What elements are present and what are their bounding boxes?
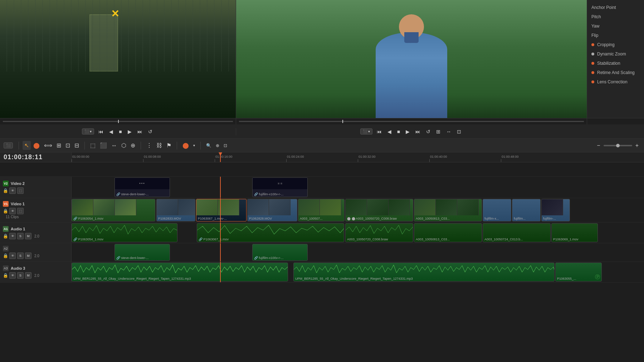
a1-m-btn[interactable]: M — [25, 233, 31, 239]
ripple-tool-btn[interactable]: ⬤ — [31, 141, 42, 150]
progress-track-right[interactable] — [239, 121, 584, 122]
detail-btn[interactable]: ⊡ — [222, 142, 229, 149]
a3-clip-3[interactable]: Ⓟ P1063055_... — [555, 263, 602, 282]
zoom-fit-btn[interactable]: ⊕ — [214, 142, 221, 149]
next-btn-left[interactable]: ⏭ — [136, 128, 144, 135]
zoom-slider[interactable] — [604, 145, 632, 146]
a2-eye-btn[interactable]: 👁 — [9, 253, 16, 259]
a1-eye-btn[interactable]: 👁 — [9, 233, 16, 239]
v2-clip-1[interactable]: ••• 🔗 steve-dent-lower-... — [114, 177, 170, 197]
v1-clip-9[interactable]: fujifilm... — [512, 199, 541, 221]
a1-clip-3[interactable]: A003_10050720_C008.braw — [345, 223, 413, 242]
track-v1-content[interactable]: 🔗 P1063054_1.mov P1062833.MOV — [72, 198, 644, 222]
progress-track-left[interactable] — [3, 121, 233, 122]
stop-btn-right[interactable]: ■ — [396, 128, 401, 135]
v1-clip-6[interactable]: ⬤ ⬤ A003_10050720_C008.braw — [345, 199, 413, 221]
skip-start-btn-left[interactable]: ⏮ — [97, 128, 105, 135]
a2-m-btn[interactable]: M — [25, 253, 31, 259]
flag-btn[interactable]: ⚑ — [165, 141, 173, 150]
blade-tool-btn[interactable]: ⟺ — [42, 141, 54, 150]
a3-eye-btn[interactable]: 👁 — [9, 272, 16, 279]
a1-clip-4[interactable]: A003_10050813_C03... — [414, 223, 482, 242]
cropping-item[interactable]: Cropping — [587, 40, 644, 49]
fit-fill-btn[interactable]: ⬡ — [119, 141, 128, 150]
track-a1-content[interactable]: 🔗 P1063054_1.mov 🔗 P1063067_1.mov A003_1… — [72, 222, 644, 243]
v1-clip-4[interactable]: P1062828.MOV — [247, 199, 297, 221]
v2-monitor-btn[interactable]: ⬚ — [17, 187, 24, 194]
marker-btn[interactable]: ⬤ — [181, 141, 191, 150]
a3-lock-icon[interactable]: 🔒 — [3, 273, 8, 278]
link-btn[interactable]: ⛓ — [155, 141, 164, 150]
v1-clip-5[interactable]: A003_100507... — [298, 199, 345, 221]
v1-clip-2[interactable]: P1062833.MOV — [156, 199, 195, 221]
insert-btn[interactable]: ⬚ — [88, 141, 97, 150]
play-btn-right[interactable]: ▶ — [404, 128, 411, 135]
a1-clip-5[interactable]: A003_10050724_C013.b... — [483, 223, 551, 242]
overwrite-btn[interactable]: ⬛ — [98, 141, 109, 150]
stabilization-item[interactable]: Stabilization — [587, 59, 644, 68]
v2-lock-icon[interactable]: 🔒 — [3, 188, 8, 193]
a2-clip-2[interactable]: 🔗 fujifilm-x100v-r-... — [252, 244, 308, 261]
a3-clip-2[interactable]: UPM_BER1285_55_All_Okay_Underscore_Riege… — [293, 263, 555, 282]
v1-lock-icon[interactable]: 🔒 — [3, 209, 8, 214]
select-tool-btn[interactable]: ↖ — [23, 141, 31, 150]
v1-clip-8[interactable]: fujifilm-x... — [483, 199, 511, 221]
prev-frame-btn-left[interactable]: ◀ — [108, 128, 114, 135]
track-v1-controls: 🔒 👁 ⬚ — [3, 208, 68, 214]
a3-s-btn[interactable]: S — [17, 272, 24, 279]
v1-clip-1[interactable]: 🔗 P1063054_1.mov — [72, 199, 155, 221]
retime-scaling-item[interactable]: Retime And Scaling — [587, 68, 644, 77]
monitor-icon-left[interactable]: ⬛ ▾ — [82, 128, 94, 134]
a1-s-btn[interactable]: S — [17, 233, 24, 239]
a2-s-btn[interactable]: S — [17, 253, 24, 259]
loop-btn-right[interactable]: ↺ — [425, 128, 432, 135]
yaw-item[interactable]: Yaw — [587, 21, 644, 31]
skip-start-btn-right[interactable]: ⏮ — [375, 128, 383, 135]
v2-clip-2[interactable]: ≡ ≡ 🔗 fujifilm-x100v-r-... — [252, 177, 308, 197]
a1-clip-1[interactable]: 🔗 P1063054_1.mov — [72, 223, 177, 242]
ruler-marks[interactable]: 01:00:00:00 01:00:08:00 01:00:16:00 01:0… — [72, 152, 644, 162]
track-v2-content[interactable]: ••• 🔗 steve-dent-lower-... ≡ ≡ 🔗 fujifil… — [72, 177, 644, 198]
monitor-settings-btn[interactable]: ↔ — [445, 128, 453, 135]
track-a3-content[interactable]: UPM_BER1285_55_All_Okay_Underscore_Riege… — [72, 262, 644, 282]
stop-btn-left[interactable]: ■ — [117, 128, 123, 135]
v1-eye-btn[interactable]: 👁 — [9, 208, 16, 214]
a1-clip-2[interactable]: 🔗 P1063067_1.mov — [197, 223, 344, 242]
v1-clip-10[interactable]: fujifilm-... — [541, 199, 570, 221]
a1-clip-6[interactable]: P1063069_1.mov — [551, 223, 598, 242]
zoom-minus-btn[interactable]: − — [595, 141, 602, 150]
next-btn-right[interactable]: ⏭ — [414, 128, 422, 135]
a2-clip-1[interactable]: 🔗 steve-dent-lower-... — [114, 244, 170, 261]
play-btn-left[interactable]: ▶ — [126, 128, 133, 135]
v2-eye-btn[interactable]: 👁 — [9, 187, 16, 194]
flip-item[interactable]: Flip — [587, 31, 644, 40]
monitor-extra-btn[interactable]: ⊡ — [455, 128, 463, 135]
anchor-point-item[interactable]: Anchor Point — [587, 3, 644, 12]
crop-tool-btn[interactable]: ⊞ — [55, 141, 63, 150]
track-a2-content[interactable]: 🔗 steve-dent-lower-... 🔗 fujifilm-x100v-… — [72, 243, 644, 261]
prev-frame-btn-right[interactable]: ◀ — [386, 128, 393, 135]
dynamic-zoom-item[interactable]: Dynamic Zoom — [587, 49, 644, 59]
zoom-plus-btn[interactable]: + — [634, 141, 640, 150]
pitch-item[interactable]: Pitch — [587, 12, 644, 21]
a3-m-btn[interactable]: M — [25, 272, 31, 279]
snap-btn[interactable]: ⋮ — [145, 141, 154, 150]
color-btn[interactable]: ▾ — [191, 142, 197, 148]
v1-clip-7[interactable]: A003_10050813_C03... — [414, 199, 482, 221]
v1-monitor-btn[interactable]: ⬚ — [17, 208, 24, 214]
loop-btn-left[interactable]: ↺ — [147, 128, 154, 135]
view-toggle[interactable]: ⬛ ▾ — [360, 128, 372, 134]
ruler-playhead — [220, 152, 221, 162]
append-btn[interactable]: ⊕ — [129, 141, 137, 150]
transform-btn[interactable]: ⊡ — [64, 141, 72, 150]
lens-correction-item[interactable]: Lens Correction — [587, 77, 644, 87]
replace-btn[interactable]: ↔ — [109, 141, 119, 150]
monitor-fullscreen-btn[interactable]: ⊞ — [435, 128, 442, 135]
zoom-in-timeline-btn[interactable]: 🔍 — [204, 142, 213, 149]
a1-lock-icon[interactable]: 🔒 — [3, 234, 8, 239]
v1-clip-3[interactable]: P1063067_1.mov-... — [196, 199, 247, 221]
a2-lock-icon[interactable]: 🔒 — [3, 253, 8, 258]
zoom-tool-btn[interactable]: ⊟ — [73, 141, 81, 150]
a3-clip-1[interactable]: UPM_BER1285_55_All_Okay_Underscore_Riege… — [72, 263, 288, 282]
timeline-monitor-icon[interactable]: ⬛ — [4, 142, 13, 148]
